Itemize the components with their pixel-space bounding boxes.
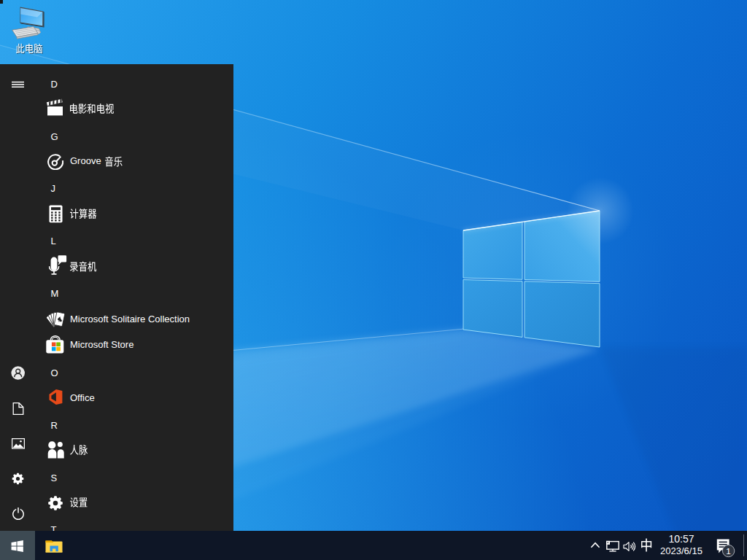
svg-text:1: 1: [726, 546, 731, 556]
